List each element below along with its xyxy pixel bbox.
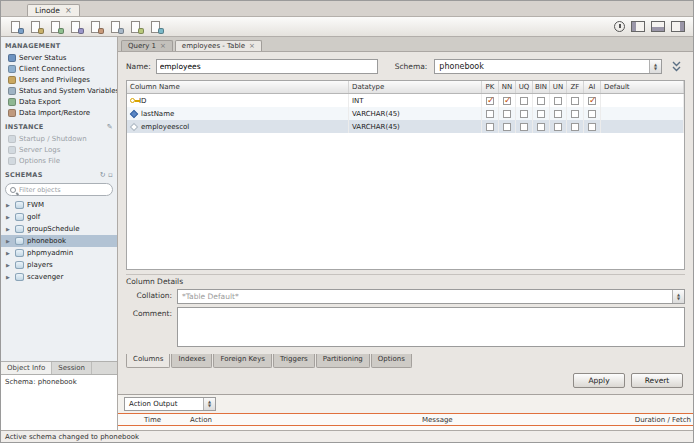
col-header-pk[interactable]: PK [482, 81, 499, 93]
pk-checkbox[interactable] [486, 97, 494, 105]
column-row-id[interactable]: ID INT [127, 94, 684, 107]
tab-session[interactable]: Session [52, 362, 92, 374]
clock-icon[interactable] [614, 21, 625, 32]
schema-select[interactable]: phonebook ▲▼ [434, 59, 662, 74]
expander-icon[interactable]: ▶ [6, 202, 12, 208]
zf-checkbox[interactable] [571, 97, 579, 105]
table-name-input[interactable] [156, 59, 378, 74]
connection-tab[interactable]: Linode × [27, 4, 80, 16]
tab-options[interactable]: Options [371, 354, 412, 368]
stepper-icon[interactable]: ▲▼ [649, 60, 661, 73]
instance-config-icon[interactable]: ✎ [107, 123, 113, 131]
sidebar-item-client-connections[interactable]: Client Connections [1, 63, 117, 74]
schemas-options-icon[interactable]: ▫ [108, 171, 113, 179]
un-checkbox[interactable] [554, 123, 562, 131]
toggle-left-sidebar-icon[interactable] [631, 21, 645, 32]
nn-checkbox[interactable] [503, 123, 511, 131]
toggle-right-sidebar-icon[interactable] [671, 21, 685, 32]
zf-checkbox[interactable] [571, 123, 579, 131]
collation-select[interactable]: *Table Default* ▲▼ [177, 289, 685, 304]
pk-checkbox[interactable] [486, 123, 494, 131]
col-header-nn[interactable]: NN [499, 81, 516, 93]
sidebar-item-server-logs[interactable]: Server Logs [1, 144, 117, 155]
expander-icon[interactable]: ▶ [6, 250, 12, 256]
col-header-un[interactable]: UN [550, 81, 567, 93]
nn-checkbox[interactable] [503, 97, 511, 105]
sidebar-item-data-import[interactable]: Data Import/Restore [1, 107, 117, 118]
tab-indexes[interactable]: Indexes [171, 354, 212, 368]
close-icon[interactable]: × [65, 6, 72, 15]
col-header-ai[interactable]: AI [584, 81, 601, 93]
sidebar-item-data-export[interactable]: Data Export [1, 96, 117, 107]
tab-columns[interactable]: Columns [126, 354, 170, 368]
expander-icon[interactable]: ▶ [6, 274, 12, 280]
nn-checkbox[interactable] [503, 110, 511, 118]
refresh-schemas-icon[interactable]: ↻ [100, 171, 106, 179]
column-default[interactable] [601, 120, 684, 133]
col-header-default[interactable]: Default [601, 81, 684, 93]
ai-checkbox[interactable] [588, 97, 596, 105]
new-table-icon[interactable] [69, 20, 84, 34]
pk-checkbox[interactable] [486, 110, 494, 118]
expander-icon[interactable]: ▶ [6, 214, 12, 220]
new-view-icon[interactable] [89, 20, 104, 34]
zf-checkbox[interactable] [571, 110, 579, 118]
column-row-lastname[interactable]: lastName VARCHAR(45) [127, 107, 684, 120]
output-header-message[interactable]: Message [418, 416, 596, 424]
sidebar-item-server-status[interactable]: Server Status [1, 52, 117, 63]
output-selector[interactable]: Action Output ▲▼ [124, 397, 216, 411]
new-procedure-icon[interactable] [109, 20, 124, 34]
stepper-icon[interactable]: ▲▼ [672, 290, 684, 303]
un-checkbox[interactable] [554, 110, 562, 118]
column-row-employeescol[interactable]: employeescol VARCHAR(45) [127, 120, 684, 133]
schema-filter-input[interactable] [19, 186, 108, 194]
open-sql-script-icon[interactable] [29, 20, 44, 34]
toggle-output-panel-icon[interactable] [651, 21, 665, 32]
un-checkbox[interactable] [554, 97, 562, 105]
revert-button[interactable]: Revert [631, 373, 683, 388]
schema-item-groupschedule[interactable]: ▶ groupSchedule [1, 223, 117, 235]
ai-checkbox[interactable] [588, 123, 596, 131]
expander-icon[interactable]: ▶ [6, 226, 12, 232]
column-default[interactable] [601, 107, 684, 120]
bin-checkbox[interactable] [537, 110, 545, 118]
apply-button[interactable]: Apply [573, 373, 625, 388]
col-header-column-name[interactable]: Column Name [127, 81, 349, 93]
col-header-uq[interactable]: UQ [516, 81, 533, 93]
col-header-bin[interactable]: BIN [533, 81, 550, 93]
reconnect-icon[interactable] [149, 20, 164, 34]
new-query-tab-icon[interactable] [9, 20, 24, 34]
close-icon[interactable]: × [249, 42, 255, 50]
bin-checkbox[interactable] [537, 123, 545, 131]
output-header-duration[interactable]: Duration / Fetch [596, 416, 693, 424]
output-header-action[interactable]: Action [186, 416, 418, 424]
uq-checkbox[interactable] [520, 97, 528, 105]
tab-foreign-keys[interactable]: Foreign Keys [213, 354, 271, 368]
ai-checkbox[interactable] [588, 110, 596, 118]
tab-triggers[interactable]: Triggers [273, 354, 315, 368]
uq-checkbox[interactable] [520, 123, 528, 131]
output-header-time[interactable]: Time [140, 416, 186, 424]
col-header-datatype[interactable]: Datatype [349, 81, 482, 93]
new-schema-icon[interactable] [49, 20, 64, 34]
tab-partitioning[interactable]: Partitioning [316, 354, 370, 368]
schema-item-phpmyadmin[interactable]: ▶ phpmyadmin [1, 247, 117, 259]
sidebar-item-options-file[interactable]: Options File [1, 155, 117, 166]
col-header-zf[interactable]: ZF [567, 81, 584, 93]
sidebar-item-status-system-variables[interactable]: Status and System Variables [1, 85, 117, 96]
sidebar-item-startup-shutdown[interactable]: Startup / Shutdown [1, 133, 117, 144]
search-objects-icon[interactable] [129, 20, 144, 34]
collapse-header-button[interactable] [667, 60, 685, 74]
schema-item-phonebook[interactable]: ▶ phonebook [1, 235, 117, 247]
tab-query-1[interactable]: Query 1 × [121, 40, 173, 51]
expander-icon[interactable]: ▶ [6, 238, 12, 244]
close-icon[interactable]: × [160, 42, 166, 50]
tab-employees-table[interactable]: employees - Table × [175, 40, 262, 51]
schema-filter[interactable] [5, 183, 113, 196]
bin-checkbox[interactable] [537, 97, 545, 105]
stepper-icon[interactable]: ▲▼ [203, 398, 215, 410]
uq-checkbox[interactable] [520, 110, 528, 118]
schema-item-players[interactable]: ▶ players [1, 259, 117, 271]
column-default[interactable] [601, 94, 684, 107]
schema-item-scavenger[interactable]: ▶ scavenger [1, 271, 117, 283]
